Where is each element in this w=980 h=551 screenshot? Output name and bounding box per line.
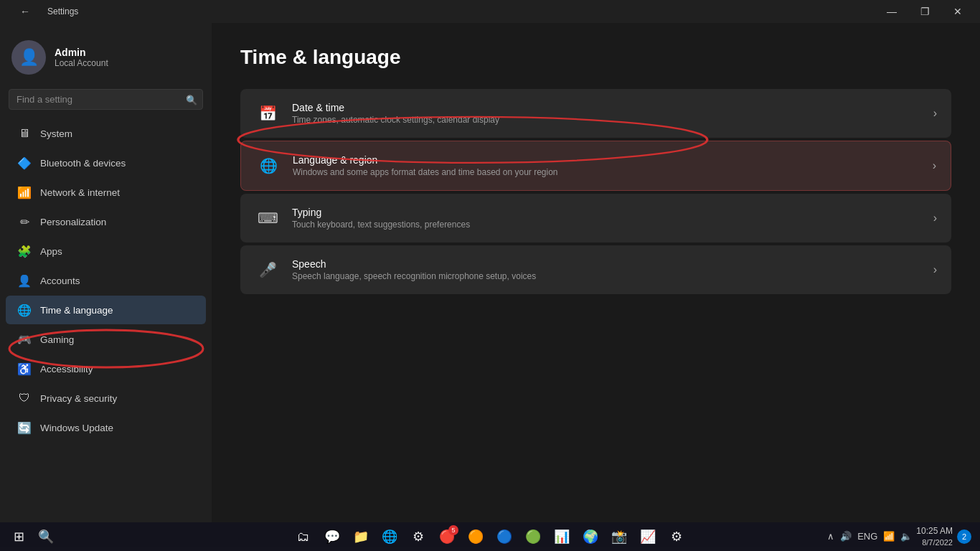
minimize-button[interactable]: —: [875, 0, 908, 23]
bluetooth-icon: 🔷: [17, 156, 32, 170]
sidebar-item-accounts[interactable]: 👤 Accounts: [6, 266, 206, 295]
settings-item-language[interactable]: 🌐 Language & region Windows and some app…: [240, 141, 951, 191]
settings-title-datetime: Date & time: [292, 102, 499, 113]
taskbar-chat-icon[interactable]: 💬: [319, 524, 345, 550]
sidebar-item-network[interactable]: 📶 Network & internet: [6, 178, 206, 207]
chevron-typing-icon: ›: [933, 212, 937, 225]
settings-item-typing[interactable]: ⌨ Typing Touch keyboard, text suggestion…: [240, 194, 951, 242]
settings-desc-datetime: Time zones, automatic clock settings, ca…: [292, 115, 499, 125]
settings-desc-typing: Touch keyboard, text suggestions, prefer…: [292, 220, 470, 230]
taskbar-pinned-apps: 🗂 💬 📁 🌐 ⚙ 🔴 5 🟠 🔵 🟢 📊 🌍 📸 📈 ⚙: [291, 524, 689, 550]
sidebar-label-accessibility: Accessibility: [40, 364, 93, 375]
start-button[interactable]: ⊞: [6, 524, 32, 550]
main-window: 👤 Admin Local Account 🔍 🖥 System 🔷 Bluet…: [0, 23, 980, 522]
network-icon: 📶: [17, 185, 32, 199]
settings-list: 📅 Date & time Time zones, automatic cloc…: [240, 89, 951, 294]
time-display: 10:25 AM: [916, 526, 953, 537]
search-taskbar-button[interactable]: 🔍: [33, 524, 59, 550]
clock[interactable]: 10:25 AM 8/7/2022: [916, 526, 953, 547]
taskbar: ⊞ 🔍 🗂 💬 📁 🌐 ⚙ 🔴 5 🟠 🔵 🟢 📊 🌍 📸 📈 ⚙ ∧ 🔊 EN…: [0, 522, 980, 551]
gaming-icon: 🎮: [17, 332, 32, 347]
settings-title-speech: Speech: [292, 258, 536, 270]
lang-indicator[interactable]: ENG: [857, 531, 877, 542]
chevron-language-icon: ›: [933, 159, 936, 172]
window-title: Settings: [47, 6, 78, 17]
close-button[interactable]: ✕: [941, 0, 974, 23]
privacy-icon: 🛡: [17, 391, 32, 405]
settings-title-language: Language & region: [293, 154, 558, 166]
sidebar-label-personalization: Personalization: [40, 217, 106, 227]
sidebar-item-personalization[interactable]: ✏ Personalization: [6, 207, 206, 236]
settings-item-left-speech: 🎤 Speech Speech language, speech recogni…: [255, 257, 536, 283]
settings-item-datetime[interactable]: 📅 Date & time Time zones, automatic cloc…: [240, 89, 951, 138]
sidebar-item-apps[interactable]: 🧩 Apps: [6, 237, 206, 265]
accounts-icon: 👤: [17, 273, 32, 288]
taskbar-edge-icon[interactable]: 🌐: [377, 524, 402, 550]
taskbar-photo-icon[interactable]: 📸: [606, 524, 632, 550]
sidebar-item-accessibility[interactable]: ♿ Accessibility: [6, 354, 206, 383]
taskbar-monitor-icon[interactable]: 📊: [549, 524, 575, 550]
taskbar-app3-icon[interactable]: 🔵: [491, 524, 517, 550]
user-name: Admin: [55, 47, 108, 58]
tray-expand-icon[interactable]: ∧: [827, 531, 834, 542]
sidebar: 👤 Admin Local Account 🔍 🖥 System 🔷 Bluet…: [0, 23, 212, 522]
sidebar-label-update: Windows Update: [40, 423, 113, 433]
settings-item-left-typing: ⌨ Typing Touch keyboard, text suggestion…: [255, 205, 470, 231]
system-icon: 🖥: [17, 126, 32, 141]
user-info: Admin Local Account: [55, 47, 108, 68]
apps-icon: 🧩: [17, 244, 32, 258]
back-button[interactable]: ←: [9, 0, 42, 23]
taskbar-system-tray: ∧ 🔊 ENG 📶 🔈 10:25 AM 8/7/2022 2: [827, 526, 980, 547]
sidebar-item-time[interactable]: 🌐 Time & language: [6, 296, 206, 324]
settings-desc-speech: Speech language, speech recognition micr…: [292, 271, 536, 281]
search-input[interactable]: [9, 89, 203, 110]
chevron-datetime-icon: ›: [933, 107, 937, 120]
settings-title-typing: Typing: [292, 207, 470, 218]
search-box[interactable]: 🔍: [9, 89, 203, 110]
network-tray-icon[interactable]: 📶: [883, 531, 895, 542]
language-icon: 🌐: [255, 153, 281, 179]
page-title: Time & language: [240, 46, 951, 69]
sidebar-item-privacy[interactable]: 🛡 Privacy & security: [6, 384, 206, 413]
nav-list: 🖥 System 🔷 Bluetooth & devices 📶 Network…: [0, 118, 212, 443]
sidebar-item-gaming[interactable]: 🎮 Gaming: [6, 325, 206, 354]
taskbar-settings-icon[interactable]: ⚙: [405, 524, 431, 550]
sidebar-label-accounts: Accounts: [40, 276, 80, 286]
date-display: 8/7/2022: [916, 537, 953, 547]
taskbar-app2-icon[interactable]: 🟠: [463, 524, 489, 550]
datetime-icon: 📅: [255, 100, 281, 126]
sidebar-item-system[interactable]: 🖥 System: [6, 119, 206, 148]
taskbar-app1-icon[interactable]: 🔴 5: [434, 524, 460, 550]
settings-item-speech[interactable]: 🎤 Speech Speech language, speech recogni…: [240, 245, 951, 294]
search-icon: 🔍: [186, 94, 197, 105]
time-icon: 🌐: [17, 303, 32, 317]
typing-icon: ⌨: [255, 205, 281, 231]
taskbar-app4-icon[interactable]: 🟢: [520, 524, 546, 550]
volume-icon[interactable]: 🔊: [840, 531, 852, 542]
personalization-icon: ✏: [17, 215, 32, 229]
sidebar-label-bluetooth: Bluetooth & devices: [40, 158, 126, 169]
update-icon: 🔄: [17, 420, 32, 435]
system-tray-icons: ∧ 🔊 ENG 📶 🔈: [827, 531, 912, 542]
avatar: 👤: [11, 40, 46, 75]
sidebar-item-update[interactable]: 🔄 Windows Update: [6, 413, 206, 442]
settings-item-left-datetime: 📅 Date & time Time zones, automatic cloc…: [255, 100, 499, 126]
taskbar-ctrl-icon[interactable]: ⚙: [664, 524, 689, 550]
chevron-speech-icon: ›: [933, 263, 937, 276]
sidebar-label-network: Network & internet: [40, 187, 120, 198]
user-profile: 👤 Admin Local Account: [0, 29, 212, 89]
title-bar: ← Settings — ❐ ✕: [0, 0, 980, 23]
notification-button[interactable]: 2: [957, 529, 971, 544]
accessibility-icon: ♿: [17, 362, 32, 376]
taskbar-files-icon[interactable]: 🗂: [291, 524, 316, 550]
user-role: Local Account: [55, 58, 108, 68]
content-area: Time & language 📅 Date & time Time zones…: [212, 23, 980, 522]
settings-item-left-language: 🌐 Language & region Windows and some app…: [255, 153, 558, 179]
taskbar-explorer-icon[interactable]: 📁: [348, 524, 374, 550]
taskbar-excel-icon[interactable]: 📈: [635, 524, 661, 550]
maximize-button[interactable]: ❐: [908, 0, 941, 23]
sidebar-item-bluetooth[interactable]: 🔷 Bluetooth & devices: [6, 149, 206, 177]
speaker-tray-icon[interactable]: 🔈: [900, 531, 912, 542]
taskbar-maps-icon[interactable]: 🌍: [578, 524, 603, 550]
settings-desc-language: Windows and some apps format dates and t…: [293, 167, 558, 177]
